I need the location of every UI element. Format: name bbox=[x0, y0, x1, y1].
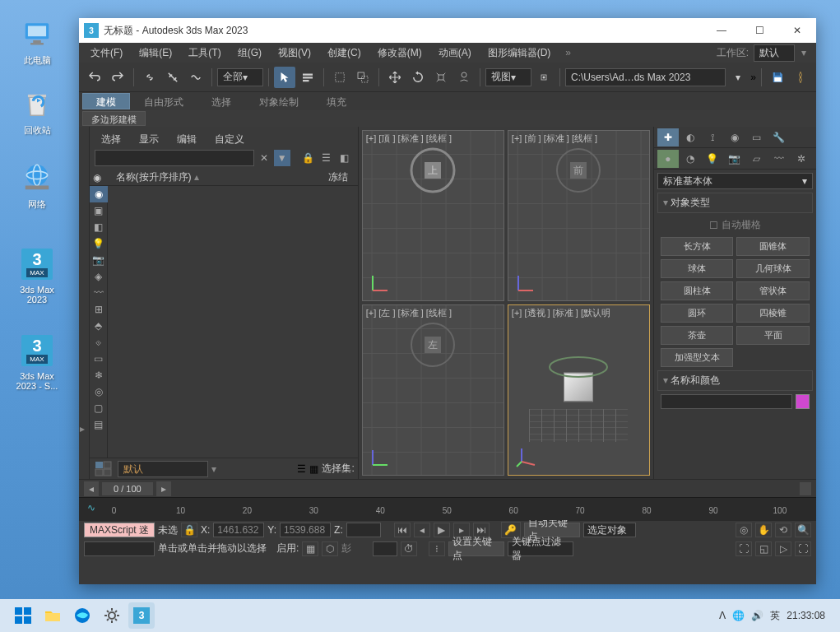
viewport-left[interactable]: [+] [左 ] [标准 ] [线框 ] 左 bbox=[362, 304, 504, 476]
tab-object-paint[interactable]: 对象绘制 bbox=[245, 93, 313, 109]
filter-helper-icon[interactable]: ◈ bbox=[90, 268, 108, 285]
modify-tab-icon[interactable]: ◐ bbox=[680, 128, 701, 146]
menu-edit[interactable]: 编辑(E) bbox=[131, 43, 180, 63]
taskbar-explorer[interactable] bbox=[39, 602, 66, 629]
tray-network-icon[interactable]: 🌐 bbox=[732, 610, 745, 621]
scene-list-body[interactable] bbox=[108, 186, 358, 458]
maxscript-input[interactable] bbox=[84, 541, 155, 556]
key-mode-icon[interactable]: ⁝ bbox=[429, 541, 445, 556]
btn-sphere[interactable]: 球体 bbox=[661, 259, 734, 278]
maximize-vp-icon[interactable]: ⛶ bbox=[795, 541, 811, 556]
rollout-name-color[interactable]: 名称和颜色 bbox=[657, 370, 813, 391]
btn-torus[interactable]: 圆环 bbox=[661, 304, 734, 323]
btn-textplus[interactable]: 加强型文本 bbox=[661, 348, 734, 367]
undo-button[interactable] bbox=[84, 67, 105, 88]
coord-x[interactable]: 1461.632 bbox=[213, 523, 264, 537]
btn-plane[interactable]: 平面 bbox=[736, 326, 810, 345]
scene-search-input[interactable] bbox=[95, 150, 254, 166]
workspace-selector[interactable]: 默认 bbox=[754, 44, 795, 62]
view-icon[interactable]: ◧ bbox=[336, 150, 353, 166]
column-frozen[interactable]: 冻结 bbox=[322, 170, 355, 184]
unlink-button[interactable] bbox=[162, 67, 183, 88]
lights-icon[interactable]: 💡 bbox=[702, 150, 723, 168]
selection-filter[interactable]: 全部 ▾ bbox=[217, 68, 263, 86]
viewport-layout-icon[interactable] bbox=[93, 460, 114, 478]
btn-cone[interactable]: 圆锥体 bbox=[736, 237, 810, 256]
btn-box[interactable]: 长方体 bbox=[661, 237, 734, 256]
tray-time[interactable]: 21:33:08 bbox=[787, 610, 825, 621]
btn-cylinder[interactable]: 圆柱体 bbox=[661, 281, 734, 300]
clear-icon[interactable]: ✕ bbox=[256, 150, 272, 166]
rect-select-button[interactable] bbox=[329, 67, 350, 88]
motion-tab-icon[interactable]: ◉ bbox=[724, 128, 745, 146]
arc-rotate-icon[interactable]: ⟲ bbox=[775, 523, 791, 537]
maxscript-listener[interactable]: MAXScript 迷 bbox=[84, 523, 155, 537]
maximize-button[interactable]: ☐ bbox=[740, 18, 778, 43]
fov-icon[interactable]: ▷ bbox=[775, 541, 791, 556]
settings-button[interactable] bbox=[790, 67, 811, 88]
filter-light-icon[interactable]: 💡 bbox=[90, 235, 108, 252]
toolbar-overflow-icon[interactable]: » bbox=[750, 72, 756, 83]
enable-snap-icon[interactable]: ▦ bbox=[302, 541, 318, 556]
display-tab-icon[interactable]: ▭ bbox=[746, 128, 768, 146]
systems-icon[interactable]: ✲ bbox=[791, 150, 812, 168]
prev-frame-icon[interactable]: ◂ bbox=[414, 523, 430, 537]
viewport-perspective[interactable]: [+] [透视 ] [标准 ] [默认明 bbox=[508, 304, 650, 476]
taskbar-3dsmax[interactable]: 3 bbox=[128, 602, 155, 629]
tab-freeform[interactable]: 自由形式 bbox=[130, 93, 197, 109]
hierarchy-tab-icon[interactable]: ⟟ bbox=[702, 128, 723, 146]
column-name[interactable]: 名称(按升序排序) ▴ bbox=[101, 170, 322, 184]
zoom-extents-icon[interactable]: ⛶ bbox=[736, 541, 752, 556]
filter-xref-icon[interactable]: ⬘ bbox=[90, 318, 108, 334]
scene-tab-display[interactable]: 显示 bbox=[136, 131, 162, 148]
btn-pyramid[interactable]: 四棱锥 bbox=[736, 304, 810, 323]
scene-tab-select[interactable]: 选择 bbox=[98, 131, 124, 148]
menu-animation[interactable]: 动画(A) bbox=[430, 43, 480, 63]
viewcube-left[interactable]: 左 bbox=[408, 320, 457, 369]
key-filters[interactable]: 关键点过滤器 bbox=[508, 541, 573, 556]
globe-icon[interactable]: ◉ bbox=[93, 172, 101, 184]
create-subcategory[interactable]: 标准基本体▾ bbox=[657, 173, 813, 189]
timeslider-position[interactable]: 0 / 100 bbox=[102, 482, 153, 495]
desktop-3dsmax[interactable]: 3MAX 3ds Max 2023 bbox=[12, 247, 62, 304]
subtab-polygon-modeling[interactable]: 多边形建模 bbox=[82, 111, 146, 126]
redo-button[interactable] bbox=[107, 67, 128, 88]
create-tab-icon[interactable]: ✚ bbox=[657, 128, 679, 146]
system-tray[interactable]: ᐱ 🌐 🔊 英 21:33:08 bbox=[712, 609, 832, 623]
tray-chevron-icon[interactable]: ᐱ bbox=[719, 610, 726, 621]
utilities-tab-icon[interactable]: 🔧 bbox=[768, 128, 790, 146]
filter-geometry-icon[interactable]: ▣ bbox=[90, 202, 108, 219]
filter-bone-icon[interactable]: ⟐ bbox=[90, 334, 108, 351]
select-name-button[interactable] bbox=[297, 67, 318, 88]
select-object-button[interactable] bbox=[274, 67, 295, 88]
tab-populate[interactable]: 填充 bbox=[313, 93, 360, 109]
object-color-swatch[interactable] bbox=[796, 394, 810, 409]
isolate-icon[interactable]: ▦ bbox=[309, 463, 318, 475]
goto-start-icon[interactable]: ⏮ bbox=[394, 523, 411, 537]
pan-icon[interactable]: ✋ bbox=[755, 523, 772, 537]
tray-volume-icon[interactable]: 🔊 bbox=[751, 610, 763, 621]
timeslider-end[interactable] bbox=[800, 482, 811, 495]
scene-tab-custom[interactable]: 自定义 bbox=[211, 131, 248, 148]
minimize-button[interactable]: — bbox=[703, 18, 740, 43]
bind-button[interactable] bbox=[185, 67, 207, 88]
timeslider-next[interactable]: ▸ bbox=[156, 481, 171, 496]
btn-tube[interactable]: 管状体 bbox=[736, 281, 810, 300]
filter-camera-icon[interactable]: 📷 bbox=[90, 252, 108, 268]
time-config-icon[interactable]: ⏱ bbox=[401, 541, 417, 556]
frame-input[interactable] bbox=[373, 541, 397, 556]
play-icon[interactable]: ▶ bbox=[434, 523, 450, 537]
spacewarps-icon[interactable]: 〰 bbox=[768, 150, 790, 168]
tab-selection[interactable]: 选择 bbox=[197, 93, 245, 109]
rollout-object-type[interactable]: 对象类型 bbox=[657, 193, 813, 213]
layers-icon[interactable]: ☰ bbox=[297, 463, 306, 475]
coord-y[interactable]: 1539.688 bbox=[280, 523, 331, 537]
filter-spacewarp-icon[interactable]: 〰 bbox=[90, 285, 108, 301]
rotate-button[interactable] bbox=[407, 67, 429, 88]
scale-button[interactable] bbox=[430, 67, 452, 88]
tab-modeling[interactable]: 建模 bbox=[82, 93, 130, 109]
desktop-this-pc[interactable]: 此电脑 bbox=[12, 16, 62, 67]
timeslider-prev[interactable]: ◂ bbox=[84, 481, 99, 496]
menu-graph[interactable]: 图形编辑器(D) bbox=[480, 43, 559, 63]
desktop-network[interactable]: 网络 bbox=[12, 160, 62, 211]
